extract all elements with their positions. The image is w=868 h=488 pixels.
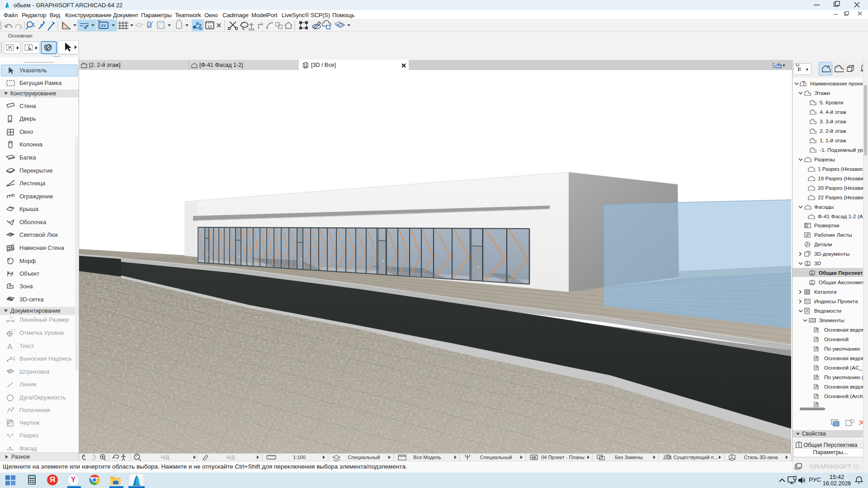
svg-text:Ф-41 Фасад 1-2 (Авт: Ф-41 Фасад 1-2 (Авт [818, 213, 863, 220]
svg-text:Индексы Проекта: Индексы Проекта [814, 298, 858, 305]
svg-text:3D-документы: 3D-документы [814, 251, 850, 257]
svg-text:Элементы: Элементы [819, 317, 844, 324]
svg-text:Наименование проекта: Наименование проекта [810, 80, 863, 87]
svg-text:3D: 3D [814, 260, 821, 267]
svg-text:01 Существующий п...: 01 Существующий п... [666, 455, 717, 460]
svg-text:Вся Модель: Вся Модель [413, 455, 441, 460]
svg-text:20 Разрез (Независи: 20 Разрез (Независи [818, 185, 863, 191]
svg-text:5. Кровля: 5. Кровля [820, 99, 843, 106]
svg-text:1.2: 1.2 [9, 316, 13, 319]
svg-text:Н/Д: Н/Д [161, 455, 170, 460]
svg-text:Детали: Детали [814, 241, 832, 248]
svg-text:Без Замены: Без Замены [615, 455, 643, 460]
svg-text:Основная ведомо: Основная ведомо [824, 327, 863, 333]
svg-text:-1. Подземный уров: -1. Подземный уров [820, 147, 863, 153]
svg-text:По умолчанию (АС: По умолчанию (АС [824, 374, 863, 380]
svg-text:Стиль 3D-окна: Стиль 3D-окна [744, 455, 778, 460]
svg-text:Специальный: Специальный [480, 455, 512, 460]
svg-text:Специальный: Специальный [348, 455, 380, 460]
svg-text:Этажи: Этажи [814, 90, 830, 96]
svg-text:A: A [7, 343, 13, 351]
svg-text:04 Проект - Планы: 04 Проект - Планы [541, 455, 585, 460]
svg-text:12: 12 [208, 24, 212, 29]
svg-text:Общая Аксонометри: Общая Аксонометри [819, 279, 863, 286]
svg-text:Н/Д: Н/Д [226, 455, 235, 460]
svg-text:Каталоги: Каталоги [814, 289, 836, 295]
svg-text:1: 1 [33, 23, 35, 28]
svg-text:Разрезы: Разрезы [814, 156, 835, 163]
svg-text:3. 3-й этаж: 3. 3-й этаж [820, 118, 846, 125]
svg-text:Основная ведомо: Основная ведомо [824, 384, 863, 390]
svg-text:1 Разрез (Независим: 1 Разрез (Независим [818, 166, 863, 172]
svg-text:2. 2-й этаж: 2. 2-й этаж [820, 128, 846, 134]
svg-text:A1: A1 [9, 356, 15, 361]
svg-text:Основной (ArchiTe: Основной (ArchiTe [824, 393, 863, 399]
svg-text:22 Разрез (Независи: 22 Разрез (Независи [818, 194, 863, 201]
svg-text:1. 1-й этаж: 1. 1-й этаж [820, 137, 846, 144]
svg-text:Основная ведомо: Основная ведомо [824, 355, 863, 361]
svg-text:Рабочие Листы: Рабочие Листы [814, 232, 852, 238]
svg-text:1:100: 1:100 [293, 455, 306, 460]
svg-text:Основной (AC_11_I: Основной (AC_11_I [824, 365, 863, 371]
svg-text:4. 4-й этаж: 4. 4-й этаж [820, 109, 846, 115]
svg-text:Общая Перспектива: Общая Перспектива [819, 270, 863, 276]
svg-text:По умолчанию: По умолчанию [824, 346, 860, 352]
svg-text:Основной: Основной [824, 336, 849, 343]
svg-text:1.2: 1.2 [12, 328, 15, 332]
svg-text:19 Разрез (Независи: 19 Разрез (Независи [818, 175, 863, 182]
svg-text:Развертки: Развертки [814, 222, 839, 229]
svg-text:Ведомости: Ведомости [814, 308, 841, 314]
svg-text:XY: XY [101, 23, 106, 28]
svg-text:Фасады: Фасады [814, 204, 834, 210]
